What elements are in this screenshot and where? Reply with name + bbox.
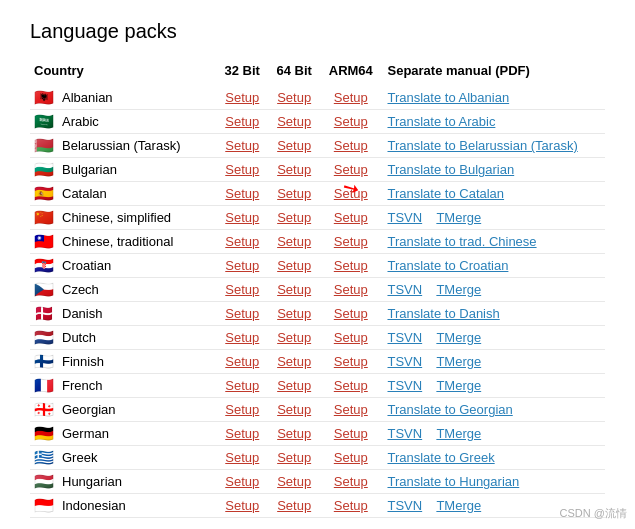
setup-32-link[interactable]: Setup (222, 426, 262, 441)
setup-arm-cell: Setup (322, 134, 383, 158)
setup-32-link[interactable]: Setup (222, 306, 262, 321)
setup-32-link[interactable]: Setup (222, 210, 262, 225)
setup-arm-link[interactable]: Setup (326, 474, 375, 489)
setup-arm-link[interactable]: Setup (326, 258, 375, 273)
tsvn-link[interactable]: TSVN (387, 330, 422, 345)
tsvn-link[interactable]: TSVN (387, 210, 422, 225)
setup-64-link[interactable]: Setup (274, 306, 314, 321)
setup-64-cell: Setup (270, 422, 322, 446)
setup-32-cell: Setup (218, 158, 270, 182)
setup-arm-link[interactable]: Setup (326, 210, 375, 225)
setup-32-link[interactable]: Setup (222, 234, 262, 249)
translate-link[interactable]: Translate to Croatian (387, 258, 508, 273)
tsvn-link[interactable]: TSVN (387, 354, 422, 369)
translate-link[interactable]: Translate to Catalan (387, 186, 504, 201)
translate-link[interactable]: Translate to Belarussian (Tarask) (387, 138, 577, 153)
tsvn-link[interactable]: TSVN (387, 498, 422, 513)
translate-link[interactable]: Translate to Arabic (387, 114, 495, 129)
country-name: Catalan (62, 186, 107, 201)
setup-32-link[interactable]: Setup (222, 354, 262, 369)
setup-32-link[interactable]: Setup (222, 402, 262, 417)
setup-arm-link[interactable]: Setup (326, 90, 375, 105)
setup-arm-link[interactable]: Setup (326, 114, 375, 129)
tmerge-link[interactable]: TMerge (436, 498, 481, 513)
translate-link[interactable]: Translate to Danish (387, 306, 499, 321)
table-row: 🇬🇷GreekSetupSetupSetupTranslate to Greek (30, 446, 605, 470)
setup-64-link[interactable]: Setup (274, 330, 314, 345)
country-name: Albanian (62, 90, 113, 105)
setup-64-link[interactable]: Setup (274, 402, 314, 417)
setup-32-link[interactable]: Setup (222, 330, 262, 345)
setup-32-link[interactable]: Setup (222, 114, 262, 129)
setup-arm-link[interactable]: Setup (326, 234, 375, 249)
setup-arm-cell: Setup (322, 350, 383, 374)
flag-icon: 🇨🇳 (34, 211, 56, 225)
setup-32-cell: Setup (218, 110, 270, 134)
setup-64-link[interactable]: Setup (274, 186, 314, 201)
translate-link[interactable]: Translate to Albanian (387, 90, 509, 105)
flag-icon: 🇭🇺 (34, 475, 56, 489)
setup-arm-link[interactable]: Setup (326, 330, 375, 345)
setup-64-link[interactable]: Setup (274, 234, 314, 249)
setup-32-link[interactable]: Setup (222, 90, 262, 105)
setup-arm-cell: Setup (322, 86, 383, 110)
setup-64-link[interactable]: Setup (274, 282, 314, 297)
setup-32-cell: Setup (218, 374, 270, 398)
setup-32-link[interactable]: Setup (222, 186, 262, 201)
setup-64-link[interactable]: Setup (274, 162, 314, 177)
tsvn-link[interactable]: TSVN (387, 378, 422, 393)
country-name: French (62, 378, 102, 393)
setup-32-link[interactable]: Setup (222, 162, 262, 177)
manual-cell: Translate to Georgian (383, 398, 605, 422)
tmerge-link[interactable]: TMerge (436, 426, 481, 441)
setup-32-link[interactable]: Setup (222, 450, 262, 465)
setup-arm-link[interactable]: Setup (326, 186, 375, 201)
setup-arm-link[interactable]: Setup (326, 282, 375, 297)
setup-64-link[interactable]: Setup (274, 354, 314, 369)
tmerge-link[interactable]: TMerge (436, 354, 481, 369)
manual-cell: Translate to trad. Chinese (383, 230, 605, 254)
translate-link[interactable]: Translate to Greek (387, 450, 494, 465)
setup-64-link[interactable]: Setup (274, 114, 314, 129)
translate-link[interactable]: Translate to Hungarian (387, 474, 519, 489)
setup-arm-link[interactable]: Setup (326, 402, 375, 417)
setup-64-link[interactable]: Setup (274, 210, 314, 225)
tmerge-link[interactable]: TMerge (436, 210, 481, 225)
setup-arm-link[interactable]: Setup (326, 138, 375, 153)
country-name: Czech (62, 282, 99, 297)
tmerge-link[interactable]: TMerge (436, 282, 481, 297)
setup-32-link[interactable]: Setup (222, 474, 262, 489)
setup-64-link[interactable]: Setup (274, 450, 314, 465)
setup-64-link[interactable]: Setup (274, 90, 314, 105)
setup-arm-link[interactable]: Setup (326, 306, 375, 321)
flag-icon: 🇩🇪 (34, 427, 56, 441)
translate-link[interactable]: Translate to Bulgarian (387, 162, 514, 177)
setup-arm-link[interactable]: Setup (326, 426, 375, 441)
setup-arm-link[interactable]: Setup (326, 378, 375, 393)
setup-32-link[interactable]: Setup (222, 138, 262, 153)
manual-cell: Translate to Arabic (383, 110, 605, 134)
setup-32-link[interactable]: Setup (222, 378, 262, 393)
setup-64-link[interactable]: Setup (274, 378, 314, 393)
setup-64-link[interactable]: Setup (274, 258, 314, 273)
setup-32-link[interactable]: Setup (222, 498, 262, 513)
setup-arm-link[interactable]: Setup (326, 354, 375, 369)
setup-arm-link[interactable]: Setup (326, 162, 375, 177)
setup-64-link[interactable]: Setup (274, 138, 314, 153)
tmerge-link[interactable]: TMerge (436, 330, 481, 345)
setup-64-link[interactable]: Setup (274, 426, 314, 441)
table-row: 🇩🇰DanishSetupSetupSetupTranslate to Dani… (30, 302, 605, 326)
table-row: 🇸🇦ArabicSetupSetupSetupTranslate to Arab… (30, 110, 605, 134)
setup-32-link[interactable]: Setup (222, 258, 262, 273)
country-name: Croatian (62, 258, 111, 273)
setup-arm-link[interactable]: Setup (326, 450, 375, 465)
tmerge-link[interactable]: TMerge (436, 378, 481, 393)
setup-arm-link[interactable]: Setup (326, 498, 375, 513)
setup-64-link[interactable]: Setup (274, 474, 314, 489)
setup-32-link[interactable]: Setup (222, 282, 262, 297)
translate-link[interactable]: Translate to trad. Chinese (387, 234, 536, 249)
translate-link[interactable]: Translate to Georgian (387, 402, 512, 417)
setup-64-link[interactable]: Setup (274, 498, 314, 513)
tsvn-link[interactable]: TSVN (387, 282, 422, 297)
tsvn-link[interactable]: TSVN (387, 426, 422, 441)
